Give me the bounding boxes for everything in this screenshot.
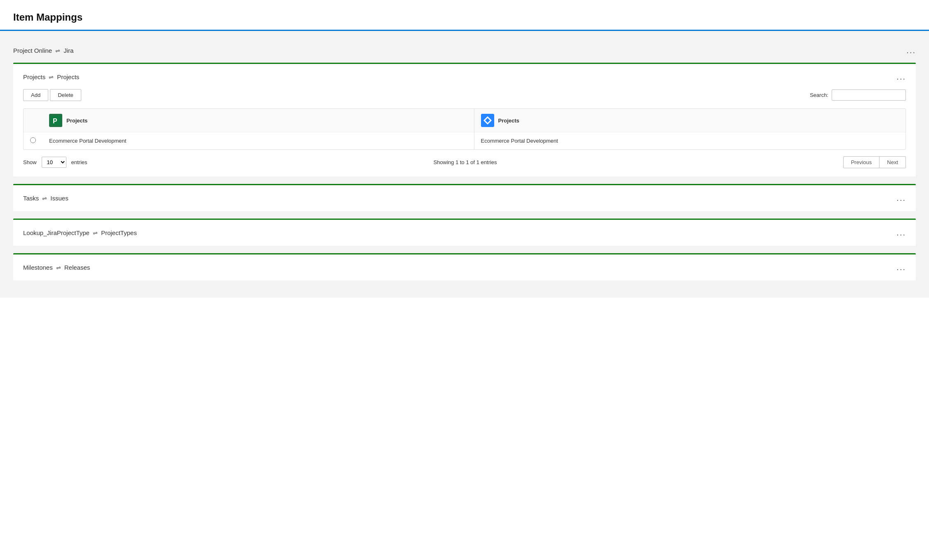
projects-right-label: Projects	[57, 73, 79, 80]
previous-button[interactable]: Previous	[843, 156, 880, 168]
search-label: Search:	[810, 92, 828, 98]
projects-left-label: Projects	[23, 73, 45, 80]
projects-arrows: ⇌	[49, 74, 54, 80]
row-radio-cell[interactable]	[24, 132, 42, 150]
add-button[interactable]: Add	[23, 89, 48, 101]
projects-toolbar: Add Delete Search:	[23, 89, 906, 101]
show-label: Show	[23, 159, 37, 165]
projects-table: P Projects	[23, 108, 906, 150]
entries-select[interactable]: 10 25 50 100	[42, 157, 66, 168]
tasks-left-label: Tasks	[23, 195, 39, 202]
milestones-arrows: ⇌	[56, 264, 61, 271]
milestones-more-menu[interactable]: ...	[896, 263, 906, 272]
right-app-name: Projects	[498, 118, 519, 124]
connection-arrows: ⇌	[55, 47, 60, 54]
page-title: Item Mappings	[13, 12, 916, 23]
row-radio[interactable]	[30, 137, 36, 143]
page-wrapper: Item Mappings Project Online ⇌ Jira ... …	[0, 0, 929, 560]
tasks-right-label: Issues	[50, 195, 68, 202]
lookup-section: Lookup_JiraProjectType ⇌ ProjectTypes ..…	[13, 219, 916, 246]
jira-icon	[481, 114, 494, 127]
connection-more-menu[interactable]: ...	[906, 46, 916, 55]
lookup-more-menu[interactable]: ...	[896, 228, 906, 238]
projects-more-menu[interactable]: ...	[896, 72, 906, 82]
milestones-section: Milestones ⇌ Releases ...	[13, 253, 916, 280]
tasks-arrows: ⇌	[42, 195, 47, 202]
connection-target: Jira	[64, 47, 73, 54]
check-col-header	[24, 109, 42, 132]
milestones-section-title: Milestones ⇌ Releases	[23, 264, 90, 271]
page-header: Item Mappings	[0, 0, 929, 23]
tasks-section: Tasks ⇌ Issues ...	[13, 184, 916, 211]
milestones-left-label: Milestones	[23, 264, 53, 271]
right-cell: Ecommerce Portal Development	[474, 132, 905, 150]
lookup-section-title: Lookup_JiraProjectType ⇌ ProjectTypes	[23, 229, 137, 236]
search-input[interactable]	[832, 89, 906, 101]
project-online-icon: P	[49, 114, 62, 127]
table-footer: Show 10 25 50 100 entries Showing 1 to 1…	[23, 156, 906, 168]
right-app-header: Projects	[481, 114, 899, 127]
milestones-right-label: Releases	[64, 264, 90, 271]
lookup-right-label: ProjectTypes	[101, 229, 137, 236]
connection-source: Project Online	[13, 47, 52, 54]
pagination: Previous Next	[843, 156, 906, 168]
search-area: Search:	[810, 89, 906, 101]
projects-section-header: Projects ⇌ Projects ...	[23, 72, 906, 82]
left-cell: Ecommerce Portal Development	[42, 132, 474, 150]
left-app-name: Projects	[66, 118, 87, 124]
tasks-more-menu[interactable]: ...	[896, 193, 906, 203]
main-content: Project Online ⇌ Jira ... Projects ⇌ Pro…	[0, 31, 929, 298]
connection-label: Project Online ⇌ Jira	[13, 47, 73, 54]
projects-section: Projects ⇌ Projects ... Add Delete Searc…	[13, 63, 916, 176]
right-col-header: Projects	[474, 109, 905, 132]
lookup-arrows: ⇌	[93, 230, 98, 236]
projects-section-title: Projects ⇌ Projects	[23, 73, 79, 80]
table-row: Ecommerce Portal Development Ecommerce P…	[24, 132, 905, 150]
next-button[interactable]: Next	[879, 156, 906, 168]
connection-header: Project Online ⇌ Jira ...	[13, 41, 916, 63]
showing-text: Showing 1 to 1 of 1 entries	[92, 159, 838, 165]
lookup-left-label: Lookup_JiraProjectType	[23, 229, 90, 236]
svg-text:P: P	[53, 118, 57, 125]
left-app-header: P Projects	[49, 114, 467, 127]
delete-button[interactable]: Delete	[50, 89, 81, 101]
left-col-header: P Projects	[42, 109, 474, 132]
entries-label: entries	[71, 159, 87, 165]
table-header-row: P Projects	[24, 109, 905, 132]
tasks-section-title: Tasks ⇌ Issues	[23, 195, 68, 202]
